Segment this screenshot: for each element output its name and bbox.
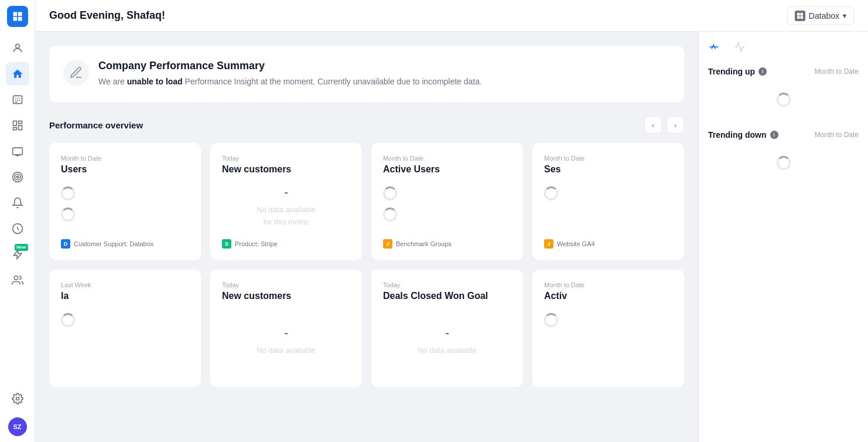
summary-card: Company Performance Summary We are unabl…	[49, 46, 684, 102]
metric-loading-area	[544, 308, 672, 375]
trending-up-header: Trending up i Month to Date	[708, 67, 859, 76]
metric-footer: J Website GA4	[544, 239, 672, 249]
sidebar-item-dashboards[interactable]	[6, 114, 29, 137]
summary-body: We are unable to load Performance Insigh…	[98, 76, 482, 88]
metric-dash: -	[284, 186, 288, 199]
svg-rect-6	[12, 148, 22, 155]
metric-card-users: Month to Date Users D Customer Support: …	[49, 143, 201, 260]
right-panel-header	[708, 41, 859, 55]
no-data-label: No data available	[257, 345, 315, 357]
svg-point-0	[15, 44, 19, 48]
loading-spinner	[61, 186, 75, 200]
user-avatar[interactable]: SZ	[8, 417, 27, 436]
svg-point-9	[16, 176, 18, 178]
loading-spinner-2	[383, 208, 397, 222]
sidebar-item-alerts[interactable]	[6, 191, 29, 215]
summary-icon	[63, 60, 89, 86]
perf-title: Performance overview	[49, 120, 143, 130]
metric-card-new-customers: Today New customers - No data availablef…	[210, 143, 362, 260]
metric-name: Activ	[544, 291, 672, 301]
trending-up-label: Trending up i	[708, 67, 767, 76]
trending-down-spinner	[777, 156, 791, 170]
prev-page-button[interactable]: ‹	[644, 116, 662, 134]
databox-icon	[795, 11, 805, 21]
metric-loading-area	[383, 182, 511, 232]
source-icon: J	[544, 239, 553, 249]
metric-name: New customers	[222, 291, 350, 301]
metric-period: Month to Date	[544, 155, 672, 162]
metric-period: Last Week	[61, 281, 189, 288]
databox-selector-button[interactable]: Databox ▾	[787, 6, 854, 25]
metric-card-deals: Today Deals Closed Won Goal - No data av…	[371, 270, 523, 387]
svg-point-12	[16, 397, 19, 400]
page-greeting: Good Evening, Shafaq!	[49, 9, 165, 22]
trending-up-section: Trending up i Month to Date	[708, 67, 859, 116]
metric-card-la: Last Week la	[49, 270, 201, 387]
content-area: Company Performance Summary We are unabl…	[35, 32, 868, 442]
nav-buttons: ‹ ›	[644, 116, 684, 134]
pulse-icon[interactable]	[734, 41, 746, 53]
sidebar-item-new-feature[interactable]: New	[6, 243, 29, 266]
svg-point-11	[14, 276, 18, 280]
source-icon: D	[61, 239, 70, 249]
source-label: Benchmark Groups	[396, 240, 452, 247]
source-icon: J	[383, 239, 392, 249]
sidebar-item-goals[interactable]	[6, 165, 29, 189]
metric-name: Active Users	[383, 164, 511, 175]
right-panel-icons	[708, 41, 746, 53]
metric-loading-area	[544, 182, 672, 232]
metric-name: Users	[61, 164, 189, 175]
sidebar-item-metrics[interactable]	[6, 88, 29, 111]
sidebar-item-home[interactable]	[6, 62, 29, 86]
metric-cards-row-2: Last Week la Today New customers	[49, 270, 684, 387]
svg-point-7	[12, 172, 22, 182]
metric-period: Today	[383, 281, 511, 288]
sidebar-item-team[interactable]	[6, 268, 29, 292]
performance-overview: Performance overview ‹ › Month to Date U…	[49, 116, 684, 387]
metric-name: la	[61, 291, 189, 301]
sidebar-item-tv[interactable]	[6, 140, 29, 163]
source-icon: S	[222, 239, 231, 249]
trending-down-header: Trending down i Month to Date	[708, 130, 859, 140]
metric-footer: D Customer Support: Databox	[61, 239, 189, 249]
source-label: Product: Stripe	[235, 240, 278, 247]
metric-name: Ses	[544, 164, 672, 175]
sidebar-item-user-profile[interactable]	[6, 36, 29, 60]
sidebar-item-settings[interactable]	[6, 387, 29, 410]
trending-down-label: Trending down i	[708, 130, 778, 140]
metric-dash: -	[284, 327, 288, 340]
app-logo[interactable]	[7, 6, 28, 27]
next-page-button[interactable]: ›	[667, 116, 684, 134]
metric-period: Today	[222, 281, 350, 288]
metric-period: Month to Date	[61, 155, 189, 162]
svg-rect-5	[13, 127, 16, 130]
metric-card-active-users: Month to Date Active Users J Benchmark G…	[371, 143, 523, 260]
metric-value-area: - No data availablefor this metric	[222, 182, 350, 232]
svg-rect-3	[18, 121, 22, 124]
svg-rect-4	[18, 125, 22, 130]
trending-down-loading	[708, 147, 859, 179]
dashboard-main: Company Performance Summary We are unabl…	[35, 32, 698, 442]
trending-up-info-icon[interactable]: i	[758, 67, 767, 76]
summary-title: Company Performance Summary	[98, 60, 482, 72]
databox-btn-label: Databox	[809, 11, 839, 21]
metric-footer: J Benchmark Groups	[383, 239, 511, 249]
trending-up-loading	[708, 83, 859, 116]
metric-period: Today	[222, 155, 350, 162]
metric-name: New customers	[222, 164, 350, 175]
trending-icon[interactable]	[708, 41, 720, 53]
metric-footer: S Product: Stripe	[222, 239, 350, 249]
svg-rect-15	[797, 16, 800, 19]
trending-down-info-icon[interactable]: i	[770, 131, 778, 139]
chevron-down-icon: ▾	[843, 12, 846, 20]
sidebar-item-analytics[interactable]	[6, 217, 29, 240]
metric-cards-row-1: Month to Date Users D Customer Support: …	[49, 143, 684, 260]
metric-dash: -	[445, 327, 449, 340]
metric-loading-area	[61, 308, 189, 375]
metric-name: Deals Closed Won Goal	[383, 291, 511, 301]
summary-text: Company Performance Summary We are unabl…	[98, 60, 482, 88]
metric-loading-area	[61, 182, 189, 232]
metric-value-area: - No data available	[383, 308, 511, 375]
metric-card-active-2: Month to Date Activ	[532, 270, 684, 387]
no-data-label: No data available	[418, 345, 476, 357]
